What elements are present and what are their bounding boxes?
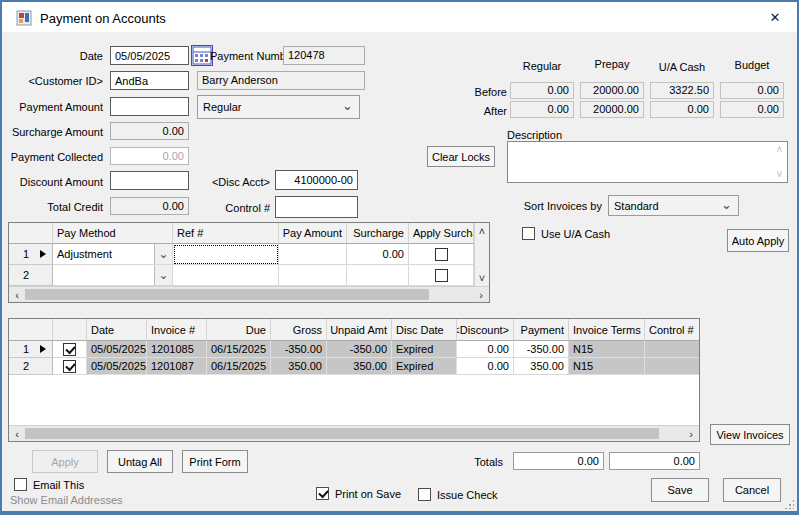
pay-amount-cell[interactable] (279, 244, 347, 265)
sort-invoices-label: Sort Invoices by (500, 200, 602, 212)
tag-checkbox[interactable] (63, 360, 76, 373)
invoice-payment-cell[interactable]: -350.00 (514, 341, 569, 358)
untag-all-button[interactable]: Untag All (107, 450, 173, 473)
scroll-down-icon[interactable]: ˅ (772, 169, 787, 180)
invoice-date-cell: 05/05/2025 (87, 341, 147, 358)
issue-check-checkbox[interactable] (418, 488, 431, 501)
payment-number-value: 120478 (283, 46, 365, 65)
save-button[interactable]: Save (651, 478, 709, 502)
pay-amount-cell[interactable] (279, 265, 347, 286)
invoice-payment-cell[interactable]: 350.00 (514, 358, 569, 375)
invoice-grid-header-gross[interactable]: Gross (271, 319, 327, 341)
tag-checkbox[interactable] (63, 343, 76, 356)
invoice-unpaid-cell: -350.00 (327, 341, 392, 358)
pay-grid-row-header[interactable]: 2 (9, 265, 53, 286)
apply-surcharge-cell[interactable] (409, 265, 474, 286)
pay-method-cell[interactable]: ⌄ (53, 265, 173, 286)
after-prepay: 20000.00 (580, 101, 644, 118)
description-input[interactable] (507, 141, 788, 183)
total-credit-value: 0.00 (110, 197, 189, 215)
show-email-addresses-link[interactable]: Show Email Addresses (10, 494, 123, 506)
clear-locks-button[interactable]: Clear Locks (427, 146, 495, 167)
invoice-grid-header-discount[interactable]: <Discount> (457, 319, 514, 341)
auto-apply-button[interactable]: Auto Apply (727, 229, 789, 252)
apply-surcharge-checkbox[interactable] (435, 269, 448, 282)
payment-collected-label: Payment Collected (8, 151, 103, 163)
scrollbar-thumb[interactable] (25, 428, 659, 439)
current-row-marker (40, 250, 46, 258)
disc-acct-input[interactable] (275, 170, 358, 190)
tag-cell[interactable] (53, 358, 87, 375)
invoice-grid-header-payment[interactable]: Payment (514, 319, 569, 341)
invoice-grid: Date Invoice # Due Gross Unpaid Amt Disc… (8, 318, 700, 442)
pay-grid-header-pay-amount[interactable]: Pay Amount (279, 223, 347, 244)
print-form-button[interactable]: Print Form (182, 450, 248, 473)
pay-grid-vscrollbar[interactable]: ˄ ˅ (474, 223, 489, 286)
ref-cell[interactable] (173, 244, 279, 265)
apply-surcharge-checkbox[interactable] (435, 248, 448, 261)
resize-grip-icon[interactable] (784, 499, 794, 509)
invoice-grid-header-invoice[interactable]: Invoice # (147, 319, 207, 341)
payment-amount-label: Payment Amount (8, 101, 103, 113)
sort-invoices-select[interactable]: Standard ⌄ (608, 195, 739, 216)
invoice-grid-header-disc-date[interactable]: Disc Date (392, 319, 457, 341)
cancel-button[interactable]: Cancel (723, 478, 781, 502)
print-on-save-checkbox[interactable] (316, 487, 329, 500)
invoice-row-header[interactable]: 1 (9, 341, 53, 358)
pay-grid-header-surcharge[interactable]: Surcharge (347, 223, 409, 244)
scroll-up-icon[interactable]: ˄ (772, 144, 787, 155)
invoice-grid-header-control[interactable]: Control # (645, 319, 699, 341)
pay-grid-header-ref[interactable]: Ref # (173, 223, 279, 244)
use-ua-cash-checkbox[interactable] (522, 227, 535, 240)
chevron-down-icon[interactable]: ⌄ (154, 265, 172, 285)
invoice-grid-header-terms[interactable]: Invoice Terms (569, 319, 645, 341)
pay-grid-header-apply-surcharge[interactable]: Apply Surcha (409, 223, 474, 244)
email-this-checkbox[interactable] (14, 478, 27, 491)
view-invoices-button[interactable]: View Invoices (710, 424, 790, 445)
pay-grid-hscrollbar[interactable]: ‹ › (9, 286, 489, 302)
ref-cell[interactable] (173, 265, 279, 286)
invoice-row-header[interactable]: 2 (9, 358, 53, 375)
balances-col-ua-cash: U/A Cash (650, 61, 714, 73)
apply-surcharge-cell[interactable] (409, 244, 474, 265)
pay-grid-row-header[interactable]: 1 (9, 244, 53, 265)
balances-col-regular: Regular (510, 60, 574, 72)
invoice-discount-cell[interactable]: 0.00 (457, 341, 514, 358)
close-icon[interactable]: ✕ (765, 9, 785, 27)
invoice-control-cell (645, 341, 699, 358)
invoice-number-cell: 1201087 (147, 358, 207, 375)
invoice-grid-header-due[interactable]: Due (207, 319, 271, 341)
scroll-right-icon[interactable]: › (474, 288, 488, 302)
payment-amount-input[interactable] (110, 97, 189, 116)
invoice-gross-cell: -350.00 (271, 341, 327, 358)
invoice-grid-header-unpaid[interactable]: Unpaid Amt (327, 319, 392, 341)
surcharge-cell[interactable]: 0.00 (347, 244, 409, 265)
before-ua-cash: 3322.50 (650, 82, 714, 99)
discount-amount-input[interactable] (110, 171, 189, 190)
apply-button[interactable]: Apply (32, 450, 98, 473)
scroll-left-icon[interactable]: ‹ (10, 427, 24, 441)
invoice-control-cell (645, 358, 699, 375)
pay-grid-header-pay-method[interactable]: Pay Method (53, 223, 173, 244)
use-ua-cash-label: Use U/A Cash (541, 228, 610, 240)
before-regular: 0.00 (510, 82, 574, 99)
date-input[interactable] (110, 46, 189, 65)
invoice-grid-header-date[interactable]: Date (87, 319, 147, 341)
description-scrollbar[interactable]: ˄ ˅ (772, 142, 787, 182)
scrollbar-thumb[interactable] (25, 289, 429, 300)
payment-type-select[interactable]: Regular ⌄ (197, 95, 360, 119)
before-budget: 0.00 (720, 82, 784, 99)
invoice-grid-corner-header (9, 319, 53, 341)
scroll-up-icon[interactable]: ˄ (475, 224, 489, 238)
scroll-left-icon[interactable]: ‹ (10, 288, 24, 302)
invoice-discount-cell[interactable]: 0.00 (457, 358, 514, 375)
surcharge-cell[interactable] (347, 265, 409, 286)
scroll-down-icon[interactable]: ˅ (475, 271, 489, 285)
pay-method-cell[interactable]: Adjustment ⌄ (53, 244, 173, 265)
tag-cell[interactable] (53, 341, 87, 358)
invoice-grid-hscrollbar[interactable]: ‹ › (9, 425, 699, 441)
customer-id-input[interactable] (110, 71, 189, 90)
control-number-input[interactable] (275, 196, 358, 218)
chevron-down-icon[interactable]: ⌄ (154, 244, 172, 264)
scroll-right-icon[interactable]: › (684, 427, 698, 441)
